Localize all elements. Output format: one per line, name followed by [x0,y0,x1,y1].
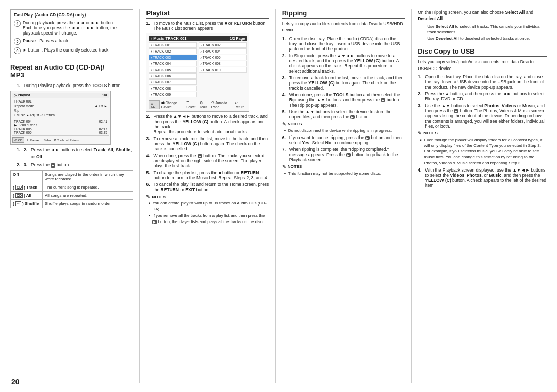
playlist-nav-row: ♪ Music ● Adjust ↩ Return [12,113,109,118]
disc-copy-step-2: 2. Press the ▲ button, and then press th… [418,91,547,101]
ripping-step-2: 2. In Stop mode, press the ▲▼◄► buttons … [282,53,405,74]
repeat-row-all: ( CD ) All All songs are repeated. [11,192,133,200]
playlist-notes-list: You can create playlist with up to 99 tr… [146,200,269,225]
ripping-step-4: 4. When done, press the TOOLS button and… [282,92,405,108]
notes-icon: ✎ [146,194,150,199]
ripping-extra-intro: On the Ripping screen, you can also choo… [418,9,547,22]
playlist-notes-label: NOTES [152,195,166,199]
music-track-rows: ♪ TRACK 001 ♪ TRACK 002 ♪ TRACK 003 ♪ TR… [149,42,247,98]
music-track-left-col: ♪ TRACK 001 ♪ TRACK 002 ♪ TRACK 003 ♪ TR… [149,42,197,98]
divider-2-3 [275,9,276,383]
ripping-notes-1: ✎ NOTES Do not disconnect the device whi… [282,122,405,133]
track-008: ♪ TRACK 008 [149,86,197,91]
fast-play-row-5: 5 Pause : Pauses a track. [14,37,129,46]
repeat-row-track: ( CD ) Track The current song is repeate… [11,183,133,192]
fast-play-title: Fast Play (Audio CD (CD-DA) only) [14,12,129,18]
ripping-notes-2-label: NOTES [288,164,302,169]
disc-copy-step-3: 3. Use the ▲▼ buttons to select Photos, … [418,103,547,129]
icon-note2: ▶ [152,220,157,224]
playlist-note-2: If you remove all the tracks from a play… [148,213,269,224]
disc-copy-intro: Lets you copy video/photo/music contents… [418,59,547,72]
playlist-step-3: 3. To remove a track from the list, move… [146,136,269,151]
icon-dc3: ▶ [454,109,458,113]
column-3: Ripping Lets you copy audio files conten… [282,9,405,383]
disc-copy-step-1: 1. Open the disc tray. Place the data di… [418,74,547,90]
repeat-section-title: Repeat an Audio CD (CD-DA)/MP3 [10,63,133,80]
repeat-step-2-text: Press the ◄► buttons to select Track, Al… [31,147,133,160]
ripping-note-2: This function may not be supported by so… [284,171,405,176]
notes-icon-r2: ✎ [282,164,286,169]
playlist-step-4: 4. When done, press the ▶ button. The tr… [146,153,269,168]
ripping-step-1: 1. Open the disc tray. Place the audio (… [282,36,405,52]
playlist-track-label: TRACK 001 [12,99,109,104]
rtrack-004: ♪ TRACK 004 [199,48,247,54]
repeat-mode-off-label: Off [11,171,43,183]
rtrack-008: ♪ TRACK 008 [199,61,247,66]
icon-btn: ▶ [51,163,55,168]
playlist-step-1: 1. To move to the Music List, press the … [146,21,269,31]
icon-rip7: ▶ [346,153,351,157]
select-label: ☰ Select [186,101,198,109]
repeat-mode-shuffle-label: ( ↔ ) Shuffle [11,200,43,208]
repeat-mode-track-label: ( CD ) Track [11,183,43,192]
notes-icon-r1: ✎ [282,122,286,127]
repeat-row-off: Off Songs are played in the order in whi… [11,171,133,183]
ripping-extra-selectall: Use Select All to select all tracks. Thi… [423,24,547,35]
cd-button[interactable]: ⊙ CD [149,100,159,109]
playlist-notes: ✎ NOTES You can create playlist with up … [146,194,269,225]
disc-copy-step-4: 4. With the Playback screen displayed, u… [418,167,547,188]
change-device-label: ⇄ Change Device [161,101,185,109]
icon-done: ▶ [198,154,202,158]
icon-rip: ▶ [381,98,385,102]
row-num-4: 4 [14,20,21,27]
repeat-mode-track-desc: The current song is repeated. [43,183,133,192]
ripping-step-7: 7. When ripping is complete, the "Rippin… [282,147,405,162]
repeat-step-1: During Playlist playback, press the TOOL… [17,82,133,89]
jump-label: ↷ Jump to Page [211,101,233,109]
repeat-mode-off-desc: Songs are played in the order in which t… [43,171,133,183]
ripping-notes-1-label: NOTES [288,122,302,126]
divider-1-2 [139,9,140,383]
fast-play-row-6: 6 ► button : Plays the currently selecte… [14,46,129,55]
ripping-step-5: 5. Use the ▲▼ buttons to select the devi… [282,109,405,120]
disc-copy-notes-list: Even though the player will display fold… [418,137,547,166]
repeat-step-2: 2. Press the ◄► buttons to select Track,… [17,147,133,160]
ripping-extra: On the Ripping screen, you can also choo… [418,9,547,42]
track-006: ♪ TRACK 006 [149,73,197,79]
icon-rip5: ▶ [350,115,355,119]
playlist-note-1: You can create playlist with up to 99 tr… [148,200,269,212]
disc-copy-section: Disc Copy to USB Lets you copy video/pho… [418,47,547,190]
disc-copy-title: Disc Copy to USB [418,47,547,57]
page-number: 20 [11,378,20,386]
repeat-mode-table: Off Songs are played in the order in whi… [10,170,133,208]
cd-ctrl-btn[interactable]: ⊙ CD [12,137,24,143]
disc-copy-note-1: Even though the player will display fold… [420,137,547,166]
fast-play-row-5-text: Pause : Pauses a track. [23,38,70,43]
track-009: ♪ TRACK 009 [149,92,197,97]
track-003: ♪ TRACK 003 [149,55,197,60]
playlist-notes-header: ✎ NOTES [146,194,269,199]
disc-copy-notes: ✎ NOTES Even though the player will disp… [418,131,547,166]
playlist-controls: ⊙ CD ⏸ Pause ☰ Select ⚙ Tools ↩ Return [12,135,109,143]
column-1: Fast Play (Audio CD (CD-DA) only) 4 Duri… [10,9,133,383]
fast-play-box: Fast Play (Audio CD (CD-DA) only) 4 Duri… [10,9,133,58]
repeat-section: Repeat an Audio CD (CD-DA)/MP3 During Pl… [10,63,133,208]
repeat-mode-all-desc: All songs are repeated. [43,192,133,200]
playlist-section: Playlist 1. To move to the Music List, p… [146,9,269,226]
ripping-step-6: 6. If you want to cancel ripping, press … [282,135,405,145]
track-007: ♪ TRACK 007 [149,79,197,85]
ripping-extra-deselectall: Use Deselect All to deselect all selecte… [423,36,547,41]
ripping-notes-2: ✎ NOTES This function may not be support… [282,164,405,176]
playlist-rip-label: Rip [12,108,109,113]
repeat-step-3: 3. Press the ▶ button. [17,162,133,168]
column-2: Playlist 1. To move to the Music List, p… [146,9,269,383]
music-screen-mockup: ♪ Music TRACK 001 1/2 Page ♪ TRACK 001 ♪… [146,33,249,112]
playlist-step-2: 2. Press the ▲▼◄► buttons to move to a d… [146,114,269,134]
ripping-step-3: 3. To remove a track from the list, move… [282,75,405,91]
rtrack-002: ♪ TRACK 002 [199,42,247,48]
playlist-section-title: Playlist [146,9,269,19]
repeat-row-shuffle: ( ↔ ) Shuffle Shuffle plays songs in ran… [11,200,133,208]
notes-icon-dc: ✎ [418,131,422,136]
fast-play-row-6-text: ► button : Plays the currently selected … [23,47,110,53]
ripping-notes-1-header: ✎ NOTES [282,122,405,127]
